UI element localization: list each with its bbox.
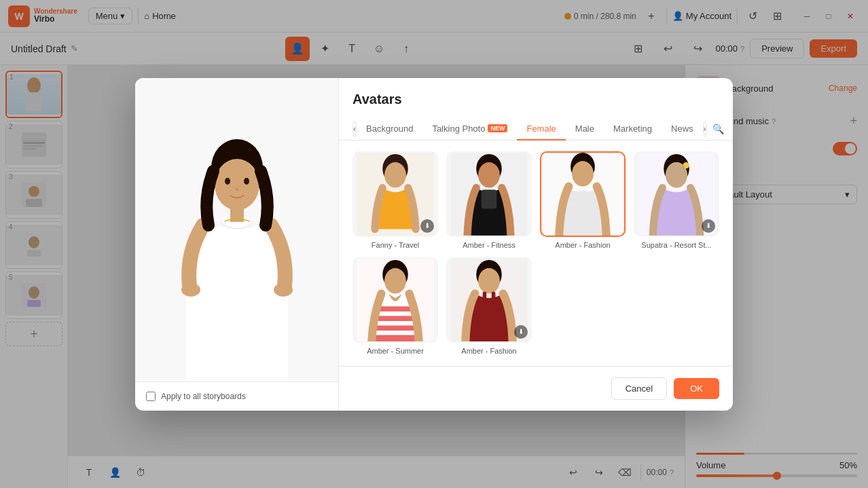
avatar-card-amber-summer[interactable]: Amber - Summer	[352, 257, 438, 355]
tab-background[interactable]: Background	[357, 118, 422, 140]
selected-avatar-preview	[149, 130, 325, 381]
avatar-name-amber-fashion-2: Amber - Fashion	[461, 347, 516, 355]
avatar-card-empty-1	[540, 257, 626, 355]
avatar-img-amber-fitness[interactable]	[446, 151, 532, 237]
avatar-name-fanny-travel: Fanny - Travel	[372, 241, 419, 249]
svg-point-25	[181, 283, 200, 297]
svg-point-41	[666, 162, 687, 188]
svg-rect-52	[483, 291, 487, 304]
modal-preview-panel: Apply to all storyboards	[135, 78, 339, 411]
tab-marketing[interactable]: Marketing	[604, 118, 662, 140]
cancel-button[interactable]: Cancel	[611, 377, 667, 400]
tab-male[interactable]: Male	[566, 118, 604, 140]
avatar-img-fanny-travel[interactable]: ⬇	[352, 151, 438, 237]
modal-header: Avatars	[339, 78, 733, 118]
svg-point-26	[274, 283, 293, 297]
svg-point-51	[478, 268, 500, 294]
download-icon: ⬇	[514, 325, 528, 339]
avatar-name-amber-summer: Amber - Summer	[367, 347, 424, 355]
avatar-img-supatra[interactable]: ⬇	[634, 151, 719, 237]
avatar-name-amber-fashion-1: Amber - Fashion	[555, 241, 610, 249]
tab-talking-photo[interactable]: Talking Photo NEW	[422, 118, 517, 140]
svg-point-32	[478, 162, 500, 188]
svg-rect-46	[373, 316, 418, 321]
modal-title: Avatars	[352, 92, 719, 107]
avatar-card-empty-2	[634, 257, 719, 355]
avatar-card-supatra[interactable]: ⬇ Supatra - Resort St...	[634, 151, 719, 249]
tab-next-button[interactable]: ›	[703, 121, 707, 137]
avatar-img-amber-fashion-1[interactable]	[540, 151, 626, 237]
svg-point-44	[384, 268, 406, 294]
avatar-card-amber-fashion-1[interactable]: Amber - Fashion	[540, 151, 626, 249]
avatar-modal: Apply to all storyboards Avatars ‹ Backg…	[135, 78, 733, 411]
tab-news[interactable]: News	[662, 118, 703, 140]
avatar-name-supatra: Supatra - Resort St...	[641, 241, 711, 249]
apply-all-label: Apply to all storyboards	[161, 392, 246, 401]
svg-rect-53	[492, 291, 496, 304]
avatar-tabs: ‹ Background Talking Photo NEW Female Ma…	[339, 118, 733, 140]
avatar-card-fanny-travel[interactable]: ⬇ Fanny - Travel	[352, 151, 438, 249]
svg-point-20	[225, 178, 230, 185]
svg-point-21	[244, 178, 249, 185]
apply-all-checkbox[interactable]	[146, 392, 156, 401]
avatar-card-amber-fashion-2[interactable]: ⬇ Amber - Fashion	[446, 257, 532, 355]
svg-rect-48	[373, 335, 418, 341]
modal-footer-left: Apply to all storyboards	[135, 381, 338, 411]
avatar-preview-area	[135, 78, 338, 381]
svg-rect-33	[482, 189, 497, 208]
avatar-card-amber-fitness[interactable]: Amber - Fitness	[446, 151, 532, 249]
svg-point-29	[384, 162, 406, 188]
search-tab-icon[interactable]: 🔍	[712, 121, 724, 137]
avatar-img-amber-summer[interactable]	[352, 257, 438, 343]
svg-point-22	[235, 188, 239, 191]
svg-point-19	[215, 159, 259, 210]
download-icon: ⬇	[420, 219, 434, 233]
tab-female[interactable]: Female	[517, 118, 565, 140]
download-icon: ⬇	[702, 219, 715, 233]
avatar-img-amber-fashion-2[interactable]: ⬇	[446, 257, 532, 343]
ok-button[interactable]: OK	[674, 378, 719, 399]
svg-rect-47	[373, 325, 418, 331]
modal-content: Avatars ‹ Background Talking Photo NEW F…	[339, 78, 733, 411]
avatar-grid: ⬇ Fanny - Travel	[339, 140, 733, 366]
modal-actions: Cancel OK	[339, 366, 733, 411]
svg-point-36	[572, 161, 594, 187]
modal-overlay[interactable]: Apply to all storyboards Avatars ‹ Backg…	[0, 0, 868, 488]
avatar-name-amber-fitness: Amber - Fitness	[463, 241, 516, 249]
